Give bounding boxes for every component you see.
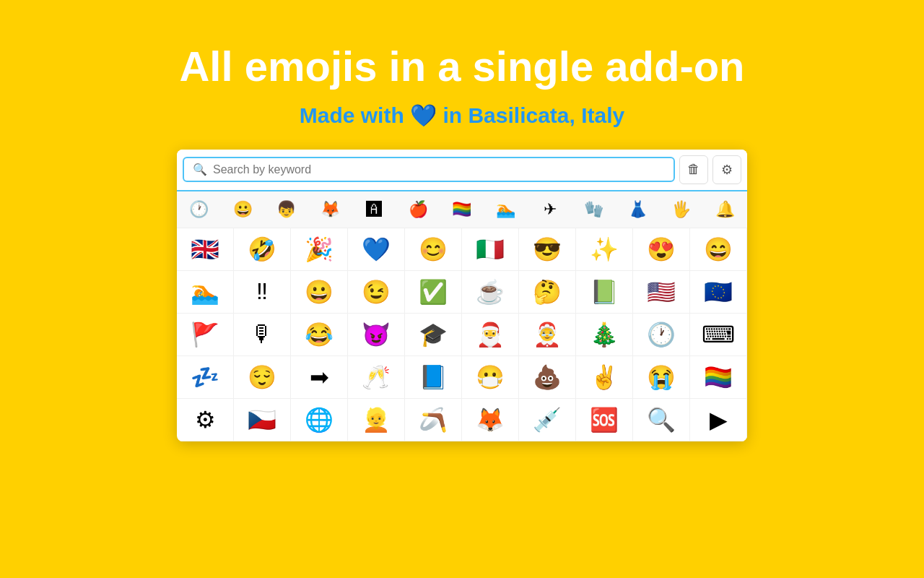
emoji-cell-23[interactable]: 😈 bbox=[348, 314, 405, 356]
delete-button[interactable]: 🗑 bbox=[679, 155, 708, 184]
emoji-cell-16[interactable]: 🤔 bbox=[519, 271, 576, 314]
category-item-12[interactable]: 🔔 bbox=[703, 194, 747, 225]
subtitle-suffix: in Basilicata, Italy bbox=[437, 103, 624, 127]
emoji-cell-48[interactable]: 🔍 bbox=[633, 399, 690, 441]
emoji-cell-40[interactable]: ⚙ bbox=[177, 399, 234, 441]
emoji-cell-25[interactable]: 🎅 bbox=[462, 314, 519, 356]
emoji-cell-27[interactable]: 🎄 bbox=[576, 314, 633, 356]
category-item-6[interactable]: 🏳️‍🌈 bbox=[440, 194, 484, 225]
emoji-cell-43[interactable]: 👱 bbox=[348, 399, 405, 441]
emoji-cell-31[interactable]: 😌 bbox=[234, 356, 291, 399]
emoji-cell-1[interactable]: 🤣 bbox=[234, 228, 291, 271]
emoji-cell-4[interactable]: 😊 bbox=[405, 228, 462, 271]
emoji-cell-17[interactable]: 📗 bbox=[576, 271, 633, 314]
emoji-cell-39[interactable]: 🏳️‍🌈 bbox=[690, 356, 747, 399]
category-item-10[interactable]: 👗 bbox=[616, 194, 660, 225]
category-bar: 🕐😀👦🦊🅰🍎🏳️‍🌈🏊✈🧤👗🖐🔔 bbox=[177, 191, 747, 228]
emoji-cell-37[interactable]: ✌ bbox=[576, 356, 633, 399]
emoji-cell-10[interactable]: 🏊 bbox=[177, 271, 234, 314]
emoji-cell-32[interactable]: ➡ bbox=[291, 356, 348, 399]
emoji-cell-2[interactable]: 🎉 bbox=[291, 228, 348, 271]
emoji-cell-19[interactable]: 🇪🇺 bbox=[690, 271, 747, 314]
search-bar: 🔍 🗑 ⚙ bbox=[177, 150, 747, 191]
category-item-5[interactable]: 🍎 bbox=[396, 194, 440, 225]
emoji-cell-12[interactable]: 😀 bbox=[291, 271, 348, 314]
emoji-cell-38[interactable]: 😭 bbox=[633, 356, 690, 399]
emoji-cell-42[interactable]: 🌐 bbox=[291, 399, 348, 441]
header-section: All emojis in a single add-on Made with … bbox=[179, 43, 744, 128]
emoji-cell-30[interactable]: 💤 bbox=[177, 356, 234, 399]
emoji-cell-41[interactable]: 🇨🇿 bbox=[234, 399, 291, 441]
emoji-cell-49[interactable]: ▶ bbox=[690, 399, 747, 441]
emoji-cell-5[interactable]: 🇮🇹 bbox=[462, 228, 519, 271]
main-title: All emojis in a single add-on bbox=[179, 43, 744, 90]
category-item-3[interactable]: 🦊 bbox=[308, 194, 352, 225]
emoji-cell-18[interactable]: 🇺🇸 bbox=[633, 271, 690, 314]
emoji-cell-21[interactable]: 🎙 bbox=[234, 314, 291, 356]
subtitle-prefix: Made with bbox=[300, 103, 410, 127]
emoji-cell-34[interactable]: 📘 bbox=[405, 356, 462, 399]
emoji-cell-3[interactable]: 💙 bbox=[348, 228, 405, 271]
category-item-0[interactable]: 🕐 bbox=[177, 194, 221, 225]
emoji-cell-36[interactable]: 💩 bbox=[519, 356, 576, 399]
emoji-grid: 🇬🇧🤣🎉💙😊🇮🇹😎✨😍😄🏊‼😀😉✅☕🤔📗🇺🇸🇪🇺🚩🎙😂😈🎓🎅🤶🎄🕐⌨💤😌➡🥂📘😷… bbox=[177, 228, 747, 441]
emoji-cell-28[interactable]: 🕐 bbox=[633, 314, 690, 356]
category-item-2[interactable]: 👦 bbox=[265, 194, 309, 225]
emoji-cell-44[interactable]: 🪃 bbox=[405, 399, 462, 441]
subtitle: Made with 💙 in Basilicata, Italy bbox=[300, 103, 624, 128]
emoji-cell-14[interactable]: ✅ bbox=[405, 271, 462, 314]
emoji-cell-46[interactable]: 💉 bbox=[519, 399, 576, 441]
category-item-1[interactable]: 😀 bbox=[221, 194, 265, 225]
category-item-8[interactable]: ✈ bbox=[528, 194, 572, 225]
search-input[interactable] bbox=[213, 163, 665, 176]
subtitle-heart: 💙 bbox=[410, 103, 437, 127]
emoji-panel: 🔍 🗑 ⚙ 🕐😀👦🦊🅰🍎🏳️‍🌈🏊✈🧤👗🖐🔔 🇬🇧🤣🎉💙😊🇮🇹😎✨😍😄🏊‼😀😉✅… bbox=[177, 150, 747, 441]
emoji-cell-33[interactable]: 🥂 bbox=[348, 356, 405, 399]
emoji-cell-15[interactable]: ☕ bbox=[462, 271, 519, 314]
emoji-cell-29[interactable]: ⌨ bbox=[690, 314, 747, 356]
search-icon: 🔍 bbox=[193, 163, 207, 176]
settings-button[interactable]: ⚙ bbox=[712, 155, 741, 184]
emoji-cell-8[interactable]: 😍 bbox=[633, 228, 690, 271]
emoji-cell-35[interactable]: 😷 bbox=[462, 356, 519, 399]
emoji-cell-13[interactable]: 😉 bbox=[348, 271, 405, 314]
category-item-11[interactable]: 🖐 bbox=[659, 194, 703, 225]
emoji-cell-45[interactable]: 🦊 bbox=[462, 399, 519, 441]
emoji-cell-24[interactable]: 🎓 bbox=[405, 314, 462, 356]
emoji-cell-20[interactable]: 🚩 bbox=[177, 314, 234, 356]
search-input-wrapper: 🔍 bbox=[183, 157, 675, 182]
emoji-cell-0[interactable]: 🇬🇧 bbox=[177, 228, 234, 271]
category-item-4[interactable]: 🅰 bbox=[352, 194, 396, 225]
emoji-cell-22[interactable]: 😂 bbox=[291, 314, 348, 356]
emoji-cell-9[interactable]: 😄 bbox=[690, 228, 747, 271]
emoji-cell-47[interactable]: 🆘 bbox=[576, 399, 633, 441]
emoji-cell-11[interactable]: ‼ bbox=[234, 271, 291, 314]
category-item-7[interactable]: 🏊 bbox=[484, 194, 528, 225]
category-item-9[interactable]: 🧤 bbox=[572, 194, 616, 225]
emoji-cell-7[interactable]: ✨ bbox=[576, 228, 633, 271]
emoji-cell-6[interactable]: 😎 bbox=[519, 228, 576, 271]
emoji-cell-26[interactable]: 🤶 bbox=[519, 314, 576, 356]
